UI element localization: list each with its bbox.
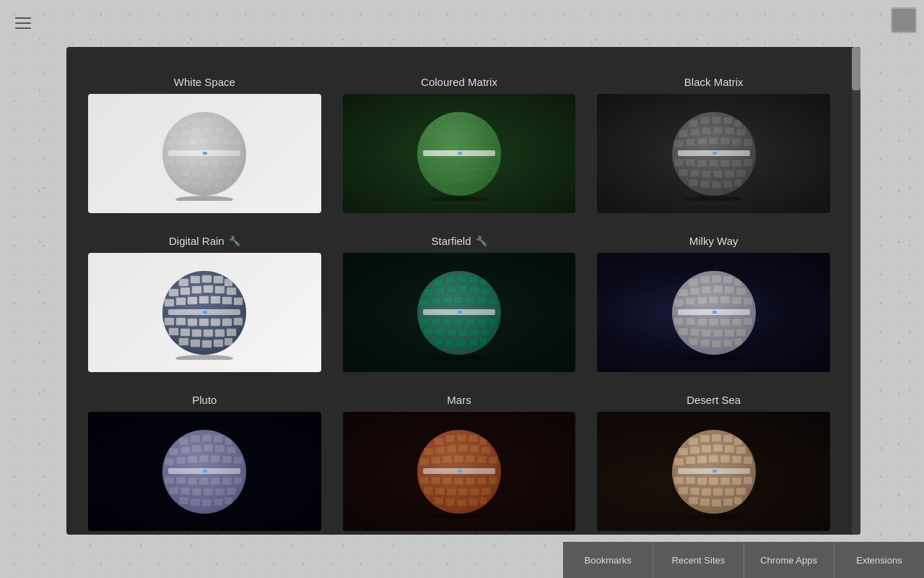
theme-item-coloured-matrix[interactable]: Coloured Matrix	[343, 76, 576, 213]
svg-point-295	[430, 514, 488, 519]
svg-point-127	[175, 355, 233, 360]
theme-item-digital-rain[interactable]: Digital Rain🔧	[88, 235, 321, 372]
svg-point-1	[175, 196, 233, 201]
svg-point-377	[672, 430, 756, 514]
svg-point-293	[162, 430, 246, 514]
svg-point-335	[417, 430, 501, 514]
theme-item-starfield[interactable]: Starfield🔧	[343, 235, 576, 372]
theme-title-white-space: White Space	[174, 76, 235, 88]
main-panel: White Space	[66, 47, 860, 535]
themes-grid: White Space	[88, 61, 830, 531]
theme-thumb-white-space[interactable]	[88, 94, 321, 213]
theme-item-milky-way[interactable]: Milky Way	[597, 235, 830, 372]
theme-title-black-matrix: Black Matrix	[684, 76, 744, 88]
svg-point-83	[417, 112, 501, 196]
taskbar-btn-bookmarks[interactable]: Bookmarks	[563, 542, 653, 578]
theme-item-mars[interactable]: Mars	[343, 394, 576, 531]
svg-point-41	[162, 112, 246, 196]
svg-point-169	[430, 355, 488, 360]
theme-thumb-desert-sea[interactable]	[597, 412, 830, 531]
taskbar: BookmarksRecent SitesChrome AppsExtensio…	[563, 542, 924, 578]
svg-point-125	[672, 112, 756, 196]
wrench-icon: 🔧	[476, 236, 487, 246]
taskbar-btn-extensions[interactable]: Extensions	[834, 542, 924, 578]
theme-title-starfield: Starfield🔧	[431, 235, 487, 247]
svg-point-211	[685, 355, 743, 360]
theme-thumb-mars[interactable]	[343, 412, 576, 531]
theme-title-milky-way: Milky Way	[689, 235, 738, 247]
wrench-icon: 🔧	[229, 236, 240, 246]
taskbar-btn-recent-sites[interactable]: Recent Sites	[653, 542, 744, 578]
taskbar-btn-chrome-apps[interactable]: Chrome Apps	[744, 542, 834, 578]
svg-point-85	[685, 196, 743, 201]
svg-point-337	[685, 514, 743, 519]
theme-item-desert-sea[interactable]: Desert Sea	[597, 394, 830, 531]
theme-item-pluto[interactable]: Pluto	[88, 394, 321, 531]
svg-point-167	[162, 271, 246, 355]
theme-thumb-pluto[interactable]	[88, 412, 321, 531]
back-button[interactable]	[78, 59, 100, 80]
svg-point-253	[175, 514, 233, 519]
svg-point-209	[417, 271, 501, 355]
theme-thumb-black-matrix[interactable]	[597, 94, 830, 213]
theme-thumb-milky-way[interactable]	[597, 253, 830, 372]
theme-title-desert-sea: Desert Sea	[687, 394, 741, 406]
theme-title-digital-rain: Digital Rain🔧	[169, 235, 240, 247]
scrollbar-track[interactable]	[852, 47, 860, 535]
menu-button[interactable]	[10, 10, 36, 36]
theme-item-white-space[interactable]: White Space	[88, 76, 321, 213]
grid-container[interactable]: White Space	[66, 47, 852, 535]
theme-thumb-digital-rain[interactable]	[88, 253, 321, 372]
theme-title-pluto: Pluto	[192, 394, 217, 406]
theme-title-coloured-matrix: Coloured Matrix	[421, 76, 497, 88]
svg-point-43	[430, 196, 488, 201]
theme-thumb-starfield[interactable]	[343, 253, 576, 372]
scrollbar-thumb[interactable]	[852, 47, 860, 90]
theme-item-black-matrix[interactable]: Black Matrix	[597, 76, 830, 213]
close-button[interactable]	[891, 7, 917, 33]
theme-title-mars: Mars	[447, 394, 471, 406]
svg-point-251	[672, 271, 756, 355]
theme-thumb-coloured-matrix[interactable]	[343, 94, 576, 213]
